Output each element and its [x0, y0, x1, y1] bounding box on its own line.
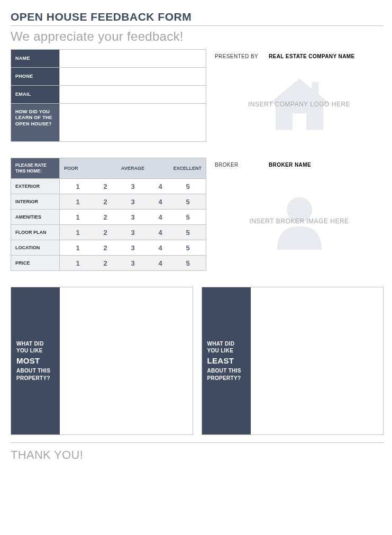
how-learn-label: HOW DID YOU LEARN OF THE OPEN HOUSE?: [11, 104, 60, 142]
rating-number[interactable]: 1: [64, 229, 92, 237]
rating-row-values[interactable]: 12345: [60, 179, 206, 194]
company-logo-text: INSERT COMPANY LOGO HERE: [248, 101, 350, 108]
rating-number[interactable]: 1: [64, 244, 92, 252]
most-line4: PROPERTY?: [16, 375, 54, 382]
most-line3: ABOUT THIS: [16, 367, 54, 375]
presented-by-value: REAL ESTATE COMPANY NAME: [269, 53, 355, 59]
most-line1: WHAT DID: [16, 340, 54, 348]
scale-excellent: EXCELLENT: [156, 166, 202, 171]
rating-table: PLEASE RATE THIS HOME: POOR AVERAGE EXCE…: [11, 158, 206, 271]
rating-number[interactable]: 2: [92, 259, 119, 267]
rating-row-label: INTERIOR: [11, 194, 60, 210]
email-label: EMAIL: [11, 86, 60, 104]
rating-header: PLEASE RATE THIS HOME:: [11, 158, 60, 179]
contact-section: NAME PHONE EMAIL HOW DID YOU LEARN OF TH…: [11, 49, 206, 142]
rating-number[interactable]: 4: [147, 259, 174, 267]
rating-number[interactable]: 4: [147, 183, 174, 191]
broker-value: BROKER NAME: [269, 162, 311, 168]
how-learn-input[interactable]: [60, 104, 206, 142]
rating-number[interactable]: 4: [147, 244, 174, 252]
rating-number[interactable]: 4: [147, 213, 174, 221]
phone-label: PHONE: [11, 68, 60, 86]
rating-number[interactable]: 3: [119, 244, 147, 252]
name-label: NAME: [11, 50, 60, 68]
rating-number[interactable]: 5: [174, 183, 202, 191]
least-line2: YOU LIKE: [207, 347, 245, 355]
rating-number[interactable]: 1: [64, 259, 92, 267]
rating-row-label: PRICE: [11, 256, 60, 271]
company-section: PRESENTED BY REAL ESTATE COMPANY NAME IN…: [215, 49, 384, 142]
appreciate-subtitle: We appreciate your feedback!: [11, 26, 384, 49]
rating-number[interactable]: 2: [92, 229, 119, 237]
least-liked-box: WHAT DID YOU LIKE LEAST ABOUT THIS PROPE…: [202, 287, 384, 435]
rating-number[interactable]: 2: [92, 183, 119, 191]
rating-number[interactable]: 2: [92, 213, 119, 221]
broker-section: BROKER BROKER NAME INSERT BROKER IMAGE H…: [215, 158, 384, 271]
least-liked-label: WHAT DID YOU LIKE LEAST ABOUT THIS PROPE…: [202, 287, 251, 434]
rating-number[interactable]: 5: [174, 198, 202, 206]
rating-number[interactable]: 5: [174, 244, 202, 252]
rating-number[interactable]: 3: [119, 183, 147, 191]
rating-row-values[interactable]: 12345: [60, 225, 206, 240]
least-big: LEAST: [207, 356, 245, 366]
rating-number[interactable]: 4: [147, 229, 174, 237]
name-input[interactable]: [60, 50, 206, 68]
rating-number[interactable]: 2: [92, 198, 119, 206]
rating-row-values[interactable]: 12345: [60, 256, 206, 271]
thank-you: THANK YOU!: [11, 443, 384, 462]
most-line2: YOU LIKE: [16, 347, 54, 355]
presented-by-label: PRESENTED BY: [215, 53, 262, 59]
rating-row-label: AMENITIES: [11, 210, 60, 225]
rating-row-values[interactable]: 12345: [60, 194, 206, 210]
most-liked-input[interactable]: [60, 287, 193, 434]
rating-number[interactable]: 4: [147, 198, 174, 206]
rating-number[interactable]: 1: [64, 198, 92, 206]
scale-average: AVERAGE: [110, 166, 156, 171]
rating-number[interactable]: 5: [174, 229, 202, 237]
rating-number[interactable]: 1: [64, 183, 92, 191]
rating-row-label: EXTERIOR: [11, 179, 60, 194]
rating-number[interactable]: 1: [64, 213, 92, 221]
rating-scale-header: POOR AVERAGE EXCELLENT: [60, 158, 206, 179]
most-liked-box: WHAT DID YOU LIKE MOST ABOUT THIS PROPER…: [11, 287, 193, 435]
rating-row-label: LOCATION: [11, 240, 60, 256]
least-line4: PROPERTY?: [207, 375, 245, 382]
rating-number[interactable]: 3: [119, 213, 147, 221]
rating-row-label: FLOOR PLAN: [11, 225, 60, 240]
most-liked-label: WHAT DID YOU LIKE MOST ABOUT THIS PROPER…: [11, 287, 60, 434]
rating-number[interactable]: 3: [119, 198, 147, 206]
rating-number[interactable]: 3: [119, 259, 147, 267]
most-big: MOST: [16, 356, 54, 366]
rating-row-values[interactable]: 12345: [60, 210, 206, 225]
rating-number[interactable]: 3: [119, 229, 147, 237]
rating-number[interactable]: 5: [174, 259, 202, 267]
company-logo-placeholder: INSERT COMPANY LOGO HERE: [215, 70, 384, 139]
rating-number[interactable]: 2: [92, 244, 119, 252]
rating-number[interactable]: 5: [174, 213, 202, 221]
least-line3: ABOUT THIS: [207, 367, 245, 375]
rating-row-values[interactable]: 12345: [60, 240, 206, 256]
least-line1: WHAT DID: [207, 340, 245, 348]
least-liked-input[interactable]: [251, 287, 384, 434]
svg-rect-1: [312, 82, 318, 94]
phone-input[interactable]: [60, 68, 206, 86]
page-title: OPEN HOUSE FEEDBACK FORM: [11, 11, 384, 23]
email-input[interactable]: [60, 86, 206, 104]
broker-image-text: INSERT BROKER IMAGE HERE: [249, 217, 349, 225]
scale-poor: POOR: [64, 166, 110, 171]
broker-label: BROKER: [215, 162, 262, 168]
broker-image-placeholder: INSERT BROKER IMAGE HERE: [215, 182, 384, 261]
